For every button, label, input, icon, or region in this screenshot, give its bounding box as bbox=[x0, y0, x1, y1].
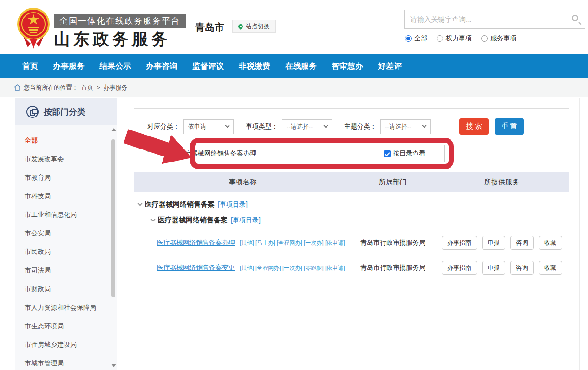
sidebar-item-fagaiwei[interactable]: 市发展改革委 bbox=[15, 149, 117, 168]
reset-button[interactable]: 重置 bbox=[495, 118, 524, 135]
type-filter-label: 事项类型： bbox=[246, 123, 278, 131]
breadcrumb-current[interactable]: 办事服务 bbox=[104, 84, 128, 92]
item-name-cell: 医疗器械网络销售备案变更 [其他] [全程网办] [一次办] [零跑腿] [依申… bbox=[134, 264, 352, 272]
keyword-search-box bbox=[404, 10, 585, 29]
keyword-search-input[interactable] bbox=[405, 10, 585, 28]
sidebar-item-renshe[interactable]: 市人力资源和社会保障局 bbox=[15, 298, 117, 317]
guide-button[interactable]: 办事指南 bbox=[442, 236, 477, 250]
group-title: 医疗器械网络销售备案 bbox=[145, 200, 215, 209]
sidebar-item-gongan[interactable]: 市公安局 bbox=[15, 224, 117, 242]
nav-results[interactable]: 结果公示 bbox=[99, 61, 131, 71]
item-tags: [其他] [全程网办] [一次办] [零跑腿] [依申请] bbox=[240, 265, 345, 271]
guide-button[interactable]: 办事指南 bbox=[442, 261, 477, 275]
main-content: 对应分类： 依申请 事项类型： --请选择-- 主题分类： --请选择-- 搜索… bbox=[134, 108, 569, 287]
column-services: 所提供服务 bbox=[434, 178, 569, 187]
sidebar-header: 按部门分类 bbox=[15, 98, 117, 125]
department-sidebar: 按部门分类 全部 市发展改革委 市教育局 市科技局 市工业和信息化局 市公安局 … bbox=[15, 98, 117, 370]
nav-rating[interactable]: 好差评 bbox=[378, 61, 402, 71]
apply-button[interactable]: 申报 bbox=[482, 261, 505, 275]
catalog-checkbox-label: 按目录查看 bbox=[393, 149, 425, 158]
sidebar-scrollbar[interactable] bbox=[111, 127, 116, 368]
favorite-button[interactable]: 收藏 bbox=[539, 236, 562, 250]
site-switch-button[interactable]: 站点切换 bbox=[232, 20, 276, 33]
item-link[interactable]: 医疗器械网络销售备案办理 bbox=[157, 239, 235, 246]
sidebar-item-gongxin[interactable]: 市工业和信息化局 bbox=[15, 205, 117, 224]
search-scope-radios: 全部 权力事项 服务事项 bbox=[405, 34, 516, 43]
sidebar-item-chengguan[interactable]: 市城市管理局 bbox=[15, 354, 117, 370]
result-group-row: 医疗器械网络销售备案 [事项目录] bbox=[134, 200, 569, 209]
department-cell: 青岛市行政审批服务局 bbox=[352, 239, 434, 247]
item-tags: [其他] [马上办] [全程网办] [一次办] [依申请] bbox=[240, 240, 345, 246]
main-nav: 首页 办事服务 结果公示 办事咨询 监督评议 非税缴费 在线服务 智审慧办 好差… bbox=[0, 54, 588, 78]
search-icon[interactable] bbox=[572, 15, 578, 21]
catalog-view-toggle[interactable]: 按目录查看 bbox=[373, 145, 425, 162]
national-emblem-logo bbox=[17, 5, 50, 50]
platform-banner: 全国一体化在线政务服务平台 bbox=[54, 14, 186, 28]
consult-button[interactable]: 咨询 bbox=[510, 261, 534, 275]
result-subgroup-row: 医疗器械网络销售备案 [事项目录] bbox=[134, 216, 569, 225]
checkbox-checked-icon[interactable] bbox=[384, 150, 391, 157]
breadcrumb: 您当前所在的位置： 首页 > 办事服务 bbox=[0, 78, 588, 97]
department-cell: 青岛市行政审批服务局 bbox=[352, 264, 434, 272]
scrollbar-up-icon[interactable] bbox=[111, 128, 116, 131]
tree-collapse-icon[interactable] bbox=[151, 217, 156, 222]
site-title: 山东政务服务 bbox=[54, 28, 186, 50]
radio-icon bbox=[481, 35, 488, 42]
breadcrumb-prefix: 您当前所在的位置： bbox=[24, 84, 78, 92]
chevron-down-icon bbox=[422, 123, 427, 128]
sidebar-item-shengtai[interactable]: 市生态环境局 bbox=[15, 317, 117, 335]
subgroup-title: 医疗器械网络销售备案 bbox=[158, 216, 228, 225]
radio-icon bbox=[437, 35, 443, 42]
sidebar-item-zhujian[interactable]: 市住房城乡建设局 bbox=[15, 335, 117, 354]
category-icon bbox=[26, 106, 39, 118]
name-filter-strip: 按目录查看 bbox=[173, 145, 445, 162]
nav-smart[interactable]: 智审慧办 bbox=[332, 61, 363, 71]
sidebar-title: 按部门分类 bbox=[44, 106, 85, 117]
home-icon bbox=[14, 84, 20, 91]
nav-online[interactable]: 在线服务 bbox=[285, 61, 317, 71]
theme-select[interactable]: --请选择-- bbox=[380, 119, 431, 134]
scrollbar-down-icon[interactable] bbox=[111, 364, 116, 367]
radio-service-items[interactable]: 服务事项 bbox=[481, 34, 516, 43]
search-button[interactable]: 搜索 bbox=[459, 118, 489, 135]
breadcrumb-home[interactable]: 首页 bbox=[81, 84, 93, 92]
group-catalog-tag[interactable]: [事项目录] bbox=[218, 201, 248, 209]
nav-consult[interactable]: 办事咨询 bbox=[146, 61, 177, 71]
column-item-name: 事项名称 bbox=[134, 178, 352, 187]
sidebar-item-keji[interactable]: 市科技局 bbox=[15, 187, 117, 205]
site-header: 全国一体化在线政务服务平台 山东政务服务 青岛市 站点切换 全部 权力事项 服务… bbox=[0, 0, 588, 54]
table-row: 医疗器械网络销售备案办理 [其他] [马上办] [全程网办] [一次办] [依申… bbox=[134, 236, 569, 250]
favorite-button[interactable]: 收藏 bbox=[539, 261, 562, 275]
nav-nontax[interactable]: 非税缴费 bbox=[239, 61, 270, 71]
filter-row-top: 对应分类： 依申请 事项类型： --请选择-- 主题分类： --请选择-- 搜索… bbox=[147, 118, 524, 135]
radio-power-items[interactable]: 权力事项 bbox=[437, 34, 472, 43]
sidebar-list: 全部 市发展改革委 市教育局 市科技局 市工业和信息化局 市公安局 市民政局 市… bbox=[15, 125, 117, 370]
subgroup-catalog-tag[interactable]: [事项目录] bbox=[231, 216, 261, 225]
sidebar-item-sifa[interactable]: 市司法局 bbox=[15, 261, 117, 279]
nav-home[interactable]: 首页 bbox=[22, 61, 38, 71]
item-name-input[interactable] bbox=[174, 145, 373, 162]
apply-button[interactable]: 申报 bbox=[482, 236, 505, 250]
item-link[interactable]: 医疗器械网络销售备案变更 bbox=[157, 264, 235, 271]
results-bottom-divider bbox=[131, 287, 576, 287]
category-select[interactable]: 依申请 bbox=[183, 119, 234, 134]
sidebar-item-jiaoyu[interactable]: 市教育局 bbox=[15, 168, 117, 187]
sidebar-item-caizheng[interactable]: 市财政局 bbox=[15, 279, 117, 298]
breadcrumb-separator: > bbox=[97, 84, 100, 91]
site-switch-label: 站点切换 bbox=[246, 22, 270, 31]
type-select[interactable]: --请选择-- bbox=[282, 119, 332, 134]
radio-all[interactable]: 全部 bbox=[405, 34, 427, 43]
scrollbar-thumb[interactable] bbox=[111, 139, 115, 297]
nav-services[interactable]: 办事服务 bbox=[53, 61, 85, 71]
radio-icon-selected bbox=[405, 35, 412, 42]
site-title-block: 全国一体化在线政务服务平台 山东政务服务 bbox=[54, 14, 186, 50]
content-right-divider bbox=[579, 98, 580, 370]
tree-collapse-icon[interactable] bbox=[138, 201, 143, 206]
nav-supervision[interactable]: 监督评议 bbox=[192, 61, 224, 71]
chevron-down-icon bbox=[225, 123, 230, 128]
item-name-cell: 医疗器械网络销售备案办理 [其他] [马上办] [全程网办] [一次办] [依申… bbox=[134, 239, 352, 247]
sidebar-item-all[interactable]: 全部 bbox=[15, 131, 117, 149]
consult-button[interactable]: 咨询 bbox=[510, 236, 534, 250]
table-row: 医疗器械网络销售备案变更 [其他] [全程网办] [一次办] [零跑腿] [依申… bbox=[134, 261, 569, 275]
sidebar-item-minzheng[interactable]: 市民政局 bbox=[15, 242, 117, 261]
